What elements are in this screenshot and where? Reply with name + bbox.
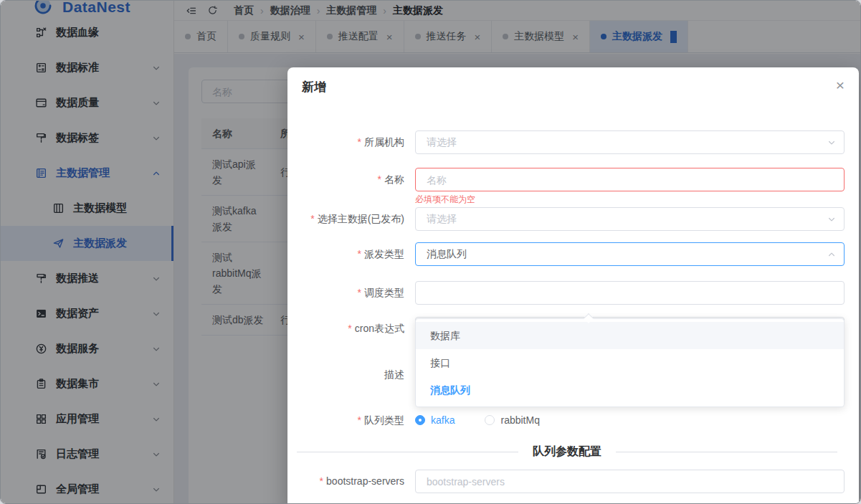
field-row-调度类型: *调度类型 bbox=[287, 281, 859, 305]
chevron-down-icon bbox=[827, 215, 836, 224]
radio-label: kafka bbox=[431, 414, 455, 426]
field-label: *选择主数据(已发布) bbox=[287, 207, 404, 231]
close-icon[interactable]: × bbox=[836, 77, 845, 92]
dialog-title: 新增 bbox=[302, 79, 326, 95]
required-asterisk: * bbox=[348, 323, 351, 334]
field-control: kafkarabbitMq bbox=[415, 410, 845, 430]
field-row-队列类型: *队列类型kafkarabbitMq bbox=[287, 410, 859, 430]
required-asterisk: * bbox=[358, 136, 361, 148]
field-control: 消息队列 bbox=[415, 242, 845, 266]
field-label: *名称 bbox=[287, 168, 404, 191]
required-asterisk: * bbox=[358, 248, 361, 260]
dialog-body: *所属机构请选择*名称必填项不能为空*选择主数据(已发布)请选择*派发类型消息队… bbox=[287, 110, 859, 504]
所属机构-select[interactable]: 请选择 bbox=[415, 130, 845, 154]
radio-dot-icon bbox=[485, 415, 495, 425]
add-dialog: 新增 × *所属机构请选择*名称必填项不能为空*选择主数据(已发布)请选择*派发… bbox=[287, 67, 859, 504]
field-row-bootstrap-servers: *bootstrap-servers bbox=[287, 470, 859, 493]
field-control: 必填项不能为空 bbox=[415, 168, 845, 191]
radio-rabbitMq[interactable]: rabbitMq bbox=[485, 414, 539, 426]
field-control bbox=[415, 470, 845, 493]
field-label: *bootstrap-servers bbox=[287, 470, 404, 493]
select-value: 消息队列 bbox=[427, 248, 467, 261]
radio-label: rabbitMq bbox=[500, 414, 539, 426]
dropdown-option-消息队列[interactable]: 消息队列 bbox=[416, 376, 844, 404]
radio-dot-icon bbox=[415, 415, 425, 425]
field-row-派发类型: *派发类型消息队列 bbox=[287, 242, 859, 266]
field-row-名称: *名称必填项不能为空 bbox=[287, 168, 859, 191]
field-label: *调度类型 bbox=[287, 281, 404, 305]
名称-input[interactable] bbox=[415, 168, 845, 191]
dropdown-option-接口[interactable]: 接口 bbox=[416, 349, 844, 376]
派发类型-select[interactable]: 消息队列 bbox=[415, 242, 845, 266]
dispatch-type-dropdown: 数据库接口消息队列 bbox=[415, 318, 845, 407]
field-control: 请选择 bbox=[415, 207, 845, 231]
chevron-down-icon bbox=[827, 138, 836, 147]
radio-group: kafkarabbitMq bbox=[415, 410, 845, 430]
app-window: DataNest 数据血缘数据标准数据质量数据标签主数据管理主数据模型主数据派发… bbox=[0, 0, 861, 504]
required-asterisk: * bbox=[358, 287, 361, 298]
dialog-header: 新增 × bbox=[287, 67, 859, 110]
field-control bbox=[415, 281, 845, 305]
field-label: *派发类型 bbox=[287, 242, 404, 266]
field-control: 请选择 bbox=[415, 130, 845, 154]
调度类型-select[interactable] bbox=[415, 281, 845, 305]
field-row-选择主数据(已发布): *选择主数据(已发布)请选择 bbox=[287, 207, 859, 231]
validation-error: 必填项不能为空 bbox=[415, 194, 475, 206]
section-title: 队列参数配置 bbox=[518, 444, 616, 460]
field-label: *cron表达式 bbox=[287, 317, 404, 341]
add-form: *所属机构请选择*名称必填项不能为空*选择主数据(已发布)请选择*派发类型消息队… bbox=[287, 110, 859, 493]
required-asterisk: * bbox=[358, 414, 361, 426]
select-placeholder: 请选择 bbox=[427, 136, 457, 149]
field-label: 描述 bbox=[287, 363, 404, 402]
dropdown-option-数据库[interactable]: 数据库 bbox=[416, 322, 844, 349]
chevron-down-icon bbox=[827, 250, 836, 259]
选择主数据(已发布)-select[interactable]: 请选择 bbox=[415, 207, 845, 231]
field-label: *队列类型 bbox=[287, 410, 404, 430]
section-divider: 队列参数配置 bbox=[297, 444, 837, 460]
required-asterisk: * bbox=[320, 475, 323, 487]
field-row-所属机构: *所属机构请选择 bbox=[287, 130, 859, 154]
radio-kafka[interactable]: kafka bbox=[415, 414, 455, 426]
bootstrap-servers-input[interactable] bbox=[415, 470, 845, 493]
required-asterisk: * bbox=[378, 173, 381, 185]
required-asterisk: * bbox=[310, 213, 314, 224]
select-placeholder: 请选择 bbox=[427, 213, 457, 226]
field-label: *所属机构 bbox=[287, 130, 404, 154]
